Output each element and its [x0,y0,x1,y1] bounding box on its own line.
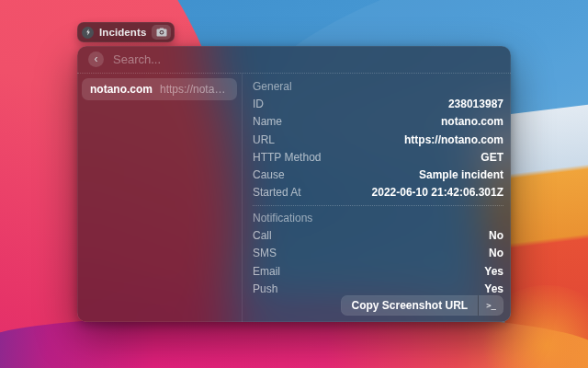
list-item-name: notano.com [90,83,153,96]
detail-value: Sample incident [419,168,503,181]
detail-label: Cause [253,168,285,181]
detail-row-id: ID 238013987 [253,95,503,112]
incident-list: notano.com https://notano.com [77,74,242,322]
detail-label: ID [253,98,264,110]
detail-row-sms: SMS No [253,245,503,262]
detail-value: https://notano.com [404,133,503,146]
detail-row-email: Email Yes [253,262,503,280]
window-content: notano.com https://notano.com General ID… [77,74,511,322]
list-item-url: https://notano.com [160,83,229,96]
detail-label: SMS [253,247,277,259]
detail-value: No [489,229,503,242]
detail-label: HTTP Method [253,151,321,164]
search-input[interactable] [113,52,500,66]
detail-label: Name [253,115,282,128]
detail-label: Call [253,229,272,242]
detail-label: Started At [253,186,301,199]
detail-label: URL [253,133,275,146]
detail-value: Yes [484,282,503,295]
list-item[interactable]: notano.com https://notano.com [82,78,237,100]
detail-row-started-at: Started At 2022-06-10 21:42:06.301Z [253,184,503,201]
detail-row-url: URL https://notano.com [253,131,503,148]
detail-value: GET [481,151,503,164]
detail-row-name: Name notano.com [253,113,503,131]
detail-value: 238013987 [448,98,503,110]
section-header-notifications: Notifications [253,209,503,226]
raycast-window: ‹ notano.com https://notano.com General … [77,46,511,322]
detail-row-cause: Cause Sample incident [253,166,503,183]
search-bar: ‹ [77,46,511,74]
key-hint-icon: >_ [479,295,503,316]
detail-value: notano.com [441,115,503,128]
section-divider [253,205,503,206]
detail-row-http-method: HTTP Method GET [253,148,503,166]
detail-value: Yes [484,265,503,278]
detail-row-call: Call No [253,226,503,244]
detail-label: Email [253,265,280,278]
detail-panel: General ID 238013987 Name notano.com URL… [243,74,511,322]
copy-screenshot-url-label: Copy Screenshot URL [341,295,478,316]
chevron-left-icon: ‹ [95,53,98,64]
back-button[interactable]: ‹ [88,52,104,67]
detail-value: 2022-06-10 21:42:06.301Z [372,186,503,199]
incidents-pill-label: Incidents [99,27,146,38]
incidents-pill[interactable]: Incidents [77,22,175,42]
camera-icon[interactable] [152,25,171,40]
section-header-general: General [253,77,503,95]
incidents-icon [82,27,94,39]
detail-label: Push [253,282,277,295]
detail-value: No [489,247,503,259]
copy-screenshot-url-button[interactable]: Copy Screenshot URL >_ [341,295,503,316]
